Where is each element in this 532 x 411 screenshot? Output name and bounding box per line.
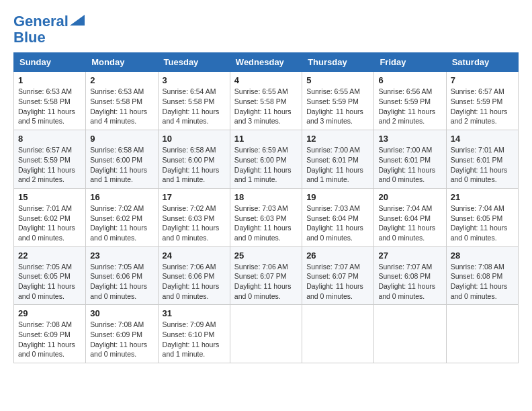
day-detail: Sunrise: 7:08 AMSunset: 6:09 PMDaylight:… <box>18 320 75 358</box>
calendar-day-8: 8 Sunrise: 6:57 AMSunset: 5:59 PMDayligh… <box>14 130 86 189</box>
day-detail: Sunrise: 6:57 AMSunset: 5:59 PMDaylight:… <box>18 146 75 183</box>
day-detail: Sunrise: 7:01 AMSunset: 6:02 PMDaylight:… <box>18 204 75 242</box>
logo-icon <box>70 15 85 26</box>
day-detail: Sunrise: 7:06 AMSunset: 6:06 PMDaylight:… <box>163 263 220 300</box>
day-number: 3 <box>163 75 226 85</box>
day-number: 15 <box>18 192 81 202</box>
calendar-day-19: 19 Sunrise: 7:03 AMSunset: 6:04 PMDaylig… <box>302 188 374 246</box>
weekday-header-thursday: Thursday <box>302 53 374 72</box>
day-detail: Sunrise: 7:09 AMSunset: 6:10 PMDaylight:… <box>163 320 220 358</box>
day-number: 8 <box>18 134 81 144</box>
calendar-day-13: 13 Sunrise: 7:00 AMSunset: 6:01 PMDaylig… <box>374 130 446 189</box>
calendar-day-26: 26 Sunrise: 7:07 AMSunset: 6:07 PMDaylig… <box>302 246 374 305</box>
day-detail: Sunrise: 7:05 AMSunset: 6:05 PMDaylight:… <box>18 263 75 300</box>
calendar-day-29: 29 Sunrise: 7:08 AMSunset: 6:09 PMDaylig… <box>14 305 86 363</box>
day-detail: Sunrise: 7:00 AMSunset: 6:01 PMDaylight:… <box>306 146 363 183</box>
day-detail: Sunrise: 6:55 AMSunset: 5:59 PMDaylight:… <box>306 87 363 125</box>
empty-cell <box>374 305 446 363</box>
calendar-day-9: 9 Sunrise: 6:58 AMSunset: 6:00 PMDayligh… <box>86 130 158 189</box>
calendar-day-24: 24 Sunrise: 7:06 AMSunset: 6:06 PMDaylig… <box>158 246 230 305</box>
day-number: 11 <box>234 134 298 144</box>
day-detail: Sunrise: 7:05 AMSunset: 6:06 PMDaylight:… <box>90 263 147 300</box>
calendar-day-31: 31 Sunrise: 7:09 AMSunset: 6:10 PMDaylig… <box>158 305 230 363</box>
svg-marker-0 <box>70 15 85 26</box>
day-detail: Sunrise: 6:57 AMSunset: 5:59 PMDaylight:… <box>451 87 508 125</box>
day-number: 30 <box>90 308 153 318</box>
day-number: 19 <box>306 192 369 202</box>
day-detail: Sunrise: 7:02 AMSunset: 6:03 PMDaylight:… <box>163 204 220 242</box>
page-header: General Blue <box>13 13 519 46</box>
day-number: 9 <box>90 134 153 144</box>
calendar-day-21: 21 Sunrise: 7:04 AMSunset: 6:05 PMDaylig… <box>446 188 518 246</box>
day-detail: Sunrise: 7:04 AMSunset: 6:04 PMDaylight:… <box>378 204 435 242</box>
empty-cell <box>446 305 518 363</box>
day-number: 23 <box>90 250 153 261</box>
day-number: 4 <box>234 75 298 85</box>
logo-general: General <box>13 13 69 30</box>
day-number: 22 <box>18 250 81 261</box>
calendar-day-30: 30 Sunrise: 7:08 AMSunset: 6:09 PMDaylig… <box>86 305 158 363</box>
weekday-header-wednesday: Wednesday <box>230 53 302 72</box>
logo: General Blue <box>13 13 85 46</box>
day-number: 29 <box>18 308 81 318</box>
day-detail: Sunrise: 6:58 AMSunset: 6:00 PMDaylight:… <box>90 146 147 183</box>
day-detail: Sunrise: 7:01 AMSunset: 6:01 PMDaylight:… <box>451 146 508 183</box>
calendar-day-15: 15 Sunrise: 7:01 AMSunset: 6:02 PMDaylig… <box>14 188 86 246</box>
calendar-table: SundayMondayTuesdayWednesdayThursdayFrid… <box>13 52 519 363</box>
calendar-day-25: 25 Sunrise: 7:06 AMSunset: 6:07 PMDaylig… <box>230 246 302 305</box>
day-number: 20 <box>378 192 441 202</box>
calendar-day-23: 23 Sunrise: 7:05 AMSunset: 6:06 PMDaylig… <box>86 246 158 305</box>
day-number: 10 <box>163 134 226 144</box>
day-number: 7 <box>451 75 514 85</box>
calendar-day-5: 5 Sunrise: 6:55 AMSunset: 5:59 PMDayligh… <box>302 72 374 130</box>
day-detail: Sunrise: 6:53 AMSunset: 5:58 PMDaylight:… <box>90 87 147 125</box>
day-number: 6 <box>378 75 441 85</box>
day-number: 2 <box>90 75 153 85</box>
day-number: 13 <box>378 134 441 144</box>
day-number: 5 <box>306 75 369 85</box>
calendar-day-3: 3 Sunrise: 6:54 AMSunset: 5:58 PMDayligh… <box>158 72 230 130</box>
calendar-day-16: 16 Sunrise: 7:02 AMSunset: 6:02 PMDaylig… <box>86 188 158 246</box>
logo-blue: Blue <box>13 30 46 46</box>
day-number: 18 <box>234 192 298 202</box>
day-number: 21 <box>451 192 514 202</box>
calendar-day-10: 10 Sunrise: 6:58 AMSunset: 6:00 PMDaylig… <box>158 130 230 189</box>
empty-cell <box>230 305 302 363</box>
weekday-header-tuesday: Tuesday <box>158 53 230 72</box>
calendar-day-20: 20 Sunrise: 7:04 AMSunset: 6:04 PMDaylig… <box>374 188 446 246</box>
day-detail: Sunrise: 7:00 AMSunset: 6:01 PMDaylight:… <box>378 146 435 183</box>
weekday-header-monday: Monday <box>86 53 158 72</box>
day-number: 17 <box>163 192 226 202</box>
calendar-day-28: 28 Sunrise: 7:08 AMSunset: 6:08 PMDaylig… <box>446 246 518 305</box>
day-detail: Sunrise: 6:54 AMSunset: 5:58 PMDaylight:… <box>163 87 220 125</box>
calendar-day-1: 1 Sunrise: 6:53 AMSunset: 5:58 PMDayligh… <box>14 72 86 130</box>
day-number: 27 <box>378 250 441 261</box>
day-number: 31 <box>163 308 226 318</box>
day-detail: Sunrise: 7:06 AMSunset: 6:07 PMDaylight:… <box>234 263 292 300</box>
day-number: 24 <box>163 250 226 261</box>
calendar-day-27: 27 Sunrise: 7:07 AMSunset: 6:08 PMDaylig… <box>374 246 446 305</box>
calendar-day-12: 12 Sunrise: 7:00 AMSunset: 6:01 PMDaylig… <box>302 130 374 189</box>
day-detail: Sunrise: 6:59 AMSunset: 6:00 PMDaylight:… <box>234 146 292 183</box>
calendar-day-17: 17 Sunrise: 7:02 AMSunset: 6:03 PMDaylig… <box>158 188 230 246</box>
calendar-day-18: 18 Sunrise: 7:03 AMSunset: 6:03 PMDaylig… <box>230 188 302 246</box>
calendar-day-6: 6 Sunrise: 6:56 AMSunset: 5:59 PMDayligh… <box>374 72 446 130</box>
day-detail: Sunrise: 7:03 AMSunset: 6:04 PMDaylight:… <box>306 204 363 242</box>
calendar-day-11: 11 Sunrise: 6:59 AMSunset: 6:00 PMDaylig… <box>230 130 302 189</box>
day-number: 16 <box>90 192 153 202</box>
calendar-day-2: 2 Sunrise: 6:53 AMSunset: 5:58 PMDayligh… <box>86 72 158 130</box>
empty-cell <box>302 305 374 363</box>
day-detail: Sunrise: 7:07 AMSunset: 6:08 PMDaylight:… <box>378 263 435 300</box>
weekday-header-sunday: Sunday <box>14 53 86 72</box>
weekday-header-saturday: Saturday <box>446 53 518 72</box>
calendar-day-7: 7 Sunrise: 6:57 AMSunset: 5:59 PMDayligh… <box>446 72 518 130</box>
day-number: 25 <box>234 250 298 261</box>
day-number: 28 <box>451 250 514 261</box>
day-number: 12 <box>306 134 369 144</box>
calendar-day-4: 4 Sunrise: 6:55 AMSunset: 5:58 PMDayligh… <box>230 72 302 130</box>
day-detail: Sunrise: 7:02 AMSunset: 6:02 PMDaylight:… <box>90 204 147 242</box>
weekday-header-friday: Friday <box>374 53 446 72</box>
day-detail: Sunrise: 7:08 AMSunset: 6:09 PMDaylight:… <box>90 320 147 358</box>
calendar-day-14: 14 Sunrise: 7:01 AMSunset: 6:01 PMDaylig… <box>446 130 518 189</box>
day-detail: Sunrise: 7:07 AMSunset: 6:07 PMDaylight:… <box>306 263 363 300</box>
